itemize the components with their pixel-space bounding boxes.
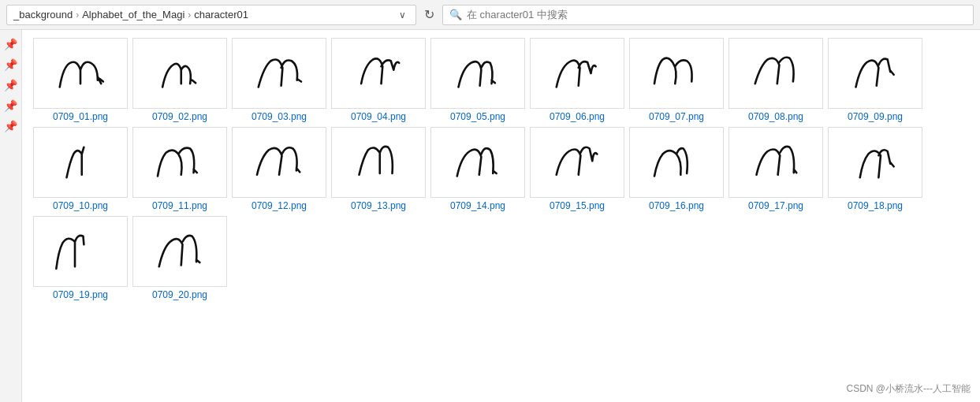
pin-icon-3[interactable]: 📌: [2, 77, 19, 93]
file-grid-area: 0709_01.png0709_02.png0709_03.png0709_04…: [22, 30, 980, 402]
search-icon: 🔍: [449, 9, 462, 20]
file-item[interactable]: 0709_14.png: [430, 127, 525, 211]
file-item[interactable]: 0709_04.png: [331, 38, 426, 122]
file-item[interactable]: 0709_03.png: [232, 38, 326, 122]
file-item[interactable]: 0709_16.png: [629, 127, 724, 211]
file-thumbnail: [728, 38, 823, 109]
watermark: CSDN @小桥流水---人工智能: [846, 382, 971, 396]
file-label: 0709_12.png: [252, 200, 307, 211]
file-item[interactable]: 0709_12.png: [232, 127, 326, 211]
file-item[interactable]: 0709_05.png: [430, 38, 525, 122]
file-label: 0709_10.png: [53, 200, 108, 211]
file-thumbnail: [530, 127, 624, 198]
file-item[interactable]: 0709_11.png: [132, 127, 227, 211]
file-label: 0709_08.png: [748, 111, 803, 122]
file-thumbnail: [430, 127, 525, 198]
file-thumbnail: [430, 38, 525, 109]
breadcrumb-dropdown-button[interactable]: ∨: [396, 9, 409, 20]
file-thumbnail: [232, 38, 326, 109]
file-grid: 0709_01.png0709_02.png0709_03.png0709_04…: [33, 38, 972, 300]
file-thumbnail: [33, 38, 128, 109]
file-label: 0709_01.png: [53, 111, 108, 122]
pin-icon-2[interactable]: 📌: [2, 57, 19, 73]
file-item[interactable]: 0709_17.png: [728, 127, 823, 211]
left-sidebar: 📌 📌 📌 📌 📌: [0, 30, 22, 402]
pin-icon-4[interactable]: 📌: [2, 98, 19, 114]
file-label: 0709_13.png: [351, 200, 406, 211]
file-item[interactable]: 0709_13.png: [331, 127, 426, 211]
file-item[interactable]: 0709_19.png: [33, 216, 128, 300]
file-label: 0709_03.png: [252, 111, 307, 122]
file-label: 0709_04.png: [351, 111, 406, 122]
file-item[interactable]: 0709_01.png: [33, 38, 128, 122]
breadcrumb-sep-2: ›: [188, 9, 191, 20]
file-item[interactable]: 0709_07.png: [629, 38, 724, 122]
file-label: 0709_19.png: [53, 289, 108, 300]
file-thumbnail: [33, 127, 128, 198]
file-thumbnail: [828, 38, 922, 109]
file-label: 0709_06.png: [550, 111, 605, 122]
file-label: 0709_07.png: [649, 111, 704, 122]
file-thumbnail: [629, 38, 724, 109]
file-item[interactable]: 0709_18.png: [828, 127, 922, 211]
file-label: 0709_20.png: [152, 289, 207, 300]
file-label: 0709_17.png: [748, 200, 803, 211]
file-thumbnail: [33, 216, 128, 287]
file-label: 0709_15.png: [550, 200, 605, 211]
file-item[interactable]: 0709_15.png: [530, 127, 624, 211]
search-bar[interactable]: 🔍: [442, 5, 974, 25]
file-label: 0709_05.png: [450, 111, 505, 122]
file-thumbnail: [132, 127, 227, 198]
file-item[interactable]: 0709_06.png: [530, 38, 624, 122]
file-thumbnail: [530, 38, 624, 109]
file-item[interactable]: 0709_08.png: [728, 38, 823, 122]
file-label: 0709_16.png: [649, 200, 704, 211]
file-thumbnail: [629, 127, 724, 198]
file-item[interactable]: 0709_10.png: [33, 127, 128, 211]
pin-icon-1[interactable]: 📌: [2, 36, 19, 52]
breadcrumb-item-3[interactable]: character01: [194, 9, 248, 20]
file-item[interactable]: 0709_20.png: [132, 216, 227, 300]
file-thumbnail: [728, 127, 823, 198]
file-thumbnail: [232, 127, 326, 198]
file-item[interactable]: 0709_09.png: [828, 38, 922, 122]
file-label: 0709_18.png: [848, 200, 903, 211]
breadcrumb-item-2[interactable]: Alphabet_of_the_Magi: [82, 9, 184, 20]
file-item[interactable]: 0709_02.png: [132, 38, 227, 122]
breadcrumb-item-1[interactable]: _background: [13, 9, 73, 20]
search-input[interactable]: [467, 9, 967, 20]
file-thumbnail: [132, 38, 227, 109]
file-label: 0709_11.png: [152, 200, 207, 211]
file-thumbnail: [331, 127, 426, 198]
top-bar: _background › Alphabet_of_the_Magi › cha…: [0, 0, 980, 30]
file-thumbnail: [132, 216, 227, 287]
refresh-button[interactable]: ↻: [421, 7, 438, 22]
file-label: 0709_09.png: [848, 111, 903, 122]
file-thumbnail: [828, 127, 922, 198]
main-area: 📌 📌 📌 📌 📌 0709_01.png0709_02.png0709_03.…: [0, 30, 980, 402]
file-label: 0709_02.png: [152, 111, 207, 122]
breadcrumb[interactable]: _background › Alphabet_of_the_Magi › cha…: [6, 5, 416, 25]
file-thumbnail: [331, 38, 426, 109]
file-label: 0709_14.png: [450, 200, 505, 211]
pin-icon-5[interactable]: 📌: [2, 118, 19, 134]
breadcrumb-sep-1: ›: [76, 9, 79, 20]
